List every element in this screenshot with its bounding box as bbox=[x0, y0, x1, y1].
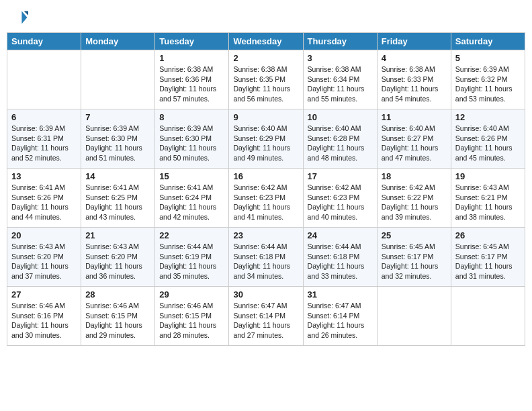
day-number: 3 bbox=[308, 53, 373, 63]
day-info: Sunrise: 6:40 AM Sunset: 6:27 PM Dayligh… bbox=[382, 124, 447, 163]
calendar-cell: 5Sunrise: 6:39 AM Sunset: 6:32 PM Daylig… bbox=[451, 50, 525, 109]
day-info: Sunrise: 6:38 AM Sunset: 6:33 PM Dayligh… bbox=[382, 64, 447, 104]
day-info: Sunrise: 6:44 AM Sunset: 6:18 PM Dayligh… bbox=[308, 242, 373, 281]
calendar-cell bbox=[81, 50, 155, 109]
calendar-cell: 18Sunrise: 6:42 AM Sunset: 6:22 PM Dayli… bbox=[377, 169, 451, 228]
calendar-cell: 23Sunrise: 6:44 AM Sunset: 6:18 PM Dayli… bbox=[229, 228, 303, 287]
day-number: 19 bbox=[455, 171, 521, 181]
calendar-cell bbox=[377, 287, 451, 346]
calendar-cell bbox=[451, 287, 525, 346]
calendar-cell: 10Sunrise: 6:40 AM Sunset: 6:28 PM Dayli… bbox=[303, 109, 377, 169]
day-info: Sunrise: 6:42 AM Sunset: 6:23 PM Dayligh… bbox=[233, 183, 298, 222]
day-info: Sunrise: 6:39 AM Sunset: 6:30 PM Dayligh… bbox=[159, 124, 224, 163]
day-info: Sunrise: 6:45 AM Sunset: 6:17 PM Dayligh… bbox=[382, 242, 447, 281]
day-number: 4 bbox=[382, 53, 447, 63]
week-row-2: 6Sunrise: 6:39 AM Sunset: 6:31 PM Daylig… bbox=[7, 109, 525, 169]
week-row-1: 1Sunrise: 6:38 AM Sunset: 6:36 PM Daylig… bbox=[7, 50, 525, 109]
week-row-4: 20Sunrise: 6:43 AM Sunset: 6:20 PM Dayli… bbox=[7, 228, 525, 287]
day-number: 20 bbox=[11, 230, 77, 240]
calendar-cell: 30Sunrise: 6:47 AM Sunset: 6:14 PM Dayli… bbox=[229, 287, 303, 346]
calendar-cell: 24Sunrise: 6:44 AM Sunset: 6:18 PM Dayli… bbox=[303, 228, 377, 287]
day-number: 22 bbox=[159, 230, 224, 240]
calendar-cell: 19Sunrise: 6:43 AM Sunset: 6:21 PM Dayli… bbox=[451, 169, 525, 228]
day-header-thursday: Thursday bbox=[303, 33, 377, 50]
calendar-cell: 26Sunrise: 6:45 AM Sunset: 6:17 PM Dayli… bbox=[451, 228, 525, 287]
day-info: Sunrise: 6:45 AM Sunset: 6:17 PM Dayligh… bbox=[455, 242, 521, 281]
day-info: Sunrise: 6:39 AM Sunset: 6:32 PM Dayligh… bbox=[455, 64, 521, 104]
day-info: Sunrise: 6:46 AM Sunset: 6:15 PM Dayligh… bbox=[159, 301, 224, 340]
day-number: 23 bbox=[233, 230, 298, 240]
calendar-cell: 29Sunrise: 6:46 AM Sunset: 6:15 PM Dayli… bbox=[155, 287, 229, 346]
calendar-cell: 22Sunrise: 6:44 AM Sunset: 6:19 PM Dayli… bbox=[155, 228, 229, 287]
day-number: 26 bbox=[455, 230, 521, 240]
calendar-cell: 20Sunrise: 6:43 AM Sunset: 6:20 PM Dayli… bbox=[7, 228, 81, 287]
calendar-cell: 28Sunrise: 6:46 AM Sunset: 6:15 PM Dayli… bbox=[81, 287, 155, 346]
day-number: 21 bbox=[85, 230, 150, 240]
day-info: Sunrise: 6:43 AM Sunset: 6:21 PM Dayligh… bbox=[455, 183, 521, 222]
day-number: 24 bbox=[308, 230, 373, 240]
calendar-cell: 6Sunrise: 6:39 AM Sunset: 6:31 PM Daylig… bbox=[7, 109, 81, 169]
day-number: 18 bbox=[382, 171, 447, 181]
day-info: Sunrise: 6:40 AM Sunset: 6:26 PM Dayligh… bbox=[455, 124, 521, 163]
calendar-cell: 2Sunrise: 6:38 AM Sunset: 6:35 PM Daylig… bbox=[229, 50, 303, 109]
day-number: 12 bbox=[455, 112, 521, 122]
day-info: Sunrise: 6:41 AM Sunset: 6:24 PM Dayligh… bbox=[159, 183, 224, 222]
day-number: 29 bbox=[159, 289, 224, 300]
day-number: 10 bbox=[308, 112, 373, 122]
day-info: Sunrise: 6:44 AM Sunset: 6:18 PM Dayligh… bbox=[233, 242, 298, 281]
calendar-cell: 17Sunrise: 6:42 AM Sunset: 6:23 PM Dayli… bbox=[303, 169, 377, 228]
calendar-cell: 15Sunrise: 6:41 AM Sunset: 6:24 PM Dayli… bbox=[155, 169, 229, 228]
day-header-wednesday: Wednesday bbox=[229, 33, 303, 50]
day-number: 14 bbox=[85, 171, 150, 181]
calendar-cell: 13Sunrise: 6:41 AM Sunset: 6:26 PM Dayli… bbox=[7, 169, 81, 228]
day-info: Sunrise: 6:42 AM Sunset: 6:23 PM Dayligh… bbox=[308, 183, 373, 222]
day-info: Sunrise: 6:41 AM Sunset: 6:26 PM Dayligh… bbox=[11, 183, 77, 222]
week-row-3: 13Sunrise: 6:41 AM Sunset: 6:26 PM Dayli… bbox=[7, 169, 525, 228]
day-info: Sunrise: 6:46 AM Sunset: 6:15 PM Dayligh… bbox=[85, 301, 150, 340]
calendar-body: 1Sunrise: 6:38 AM Sunset: 6:36 PM Daylig… bbox=[7, 50, 525, 346]
calendar-cell: 7Sunrise: 6:39 AM Sunset: 6:30 PM Daylig… bbox=[81, 109, 155, 169]
calendar-cell: 8Sunrise: 6:39 AM Sunset: 6:30 PM Daylig… bbox=[155, 109, 229, 169]
week-row-5: 27Sunrise: 6:46 AM Sunset: 6:16 PM Dayli… bbox=[7, 287, 525, 346]
day-number: 17 bbox=[308, 171, 373, 181]
day-number: 7 bbox=[85, 112, 150, 122]
logo-icon bbox=[7, 7, 28, 28]
day-number: 5 bbox=[455, 53, 521, 63]
calendar-table: SundayMondayTuesdayWednesdayThursdayFrid… bbox=[7, 32, 525, 346]
day-number: 31 bbox=[308, 289, 373, 300]
calendar-cell: 9Sunrise: 6:40 AM Sunset: 6:29 PM Daylig… bbox=[229, 109, 303, 169]
day-info: Sunrise: 6:47 AM Sunset: 6:14 PM Dayligh… bbox=[308, 301, 373, 340]
calendar-cell: 4Sunrise: 6:38 AM Sunset: 6:33 PM Daylig… bbox=[377, 50, 451, 109]
day-info: Sunrise: 6:41 AM Sunset: 6:25 PM Dayligh… bbox=[85, 183, 150, 222]
calendar-cell: 1Sunrise: 6:38 AM Sunset: 6:36 PM Daylig… bbox=[155, 50, 229, 109]
day-number: 25 bbox=[382, 230, 447, 240]
calendar-cell: 12Sunrise: 6:40 AM Sunset: 6:26 PM Dayli… bbox=[451, 109, 525, 169]
day-number: 2 bbox=[233, 53, 298, 63]
day-info: Sunrise: 6:42 AM Sunset: 6:22 PM Dayligh… bbox=[382, 183, 447, 222]
day-number: 6 bbox=[11, 112, 77, 122]
day-info: Sunrise: 6:46 AM Sunset: 6:16 PM Dayligh… bbox=[11, 301, 77, 340]
day-number: 28 bbox=[85, 289, 150, 300]
day-number: 13 bbox=[11, 171, 77, 181]
logo bbox=[7, 7, 31, 28]
calendar-cell: 14Sunrise: 6:41 AM Sunset: 6:25 PM Dayli… bbox=[81, 169, 155, 228]
calendar-header-row: SundayMondayTuesdayWednesdayThursdayFrid… bbox=[7, 33, 525, 50]
calendar-cell: 3Sunrise: 6:38 AM Sunset: 6:34 PM Daylig… bbox=[303, 50, 377, 109]
day-number: 8 bbox=[159, 112, 224, 122]
day-header-saturday: Saturday bbox=[451, 33, 525, 50]
day-info: Sunrise: 6:43 AM Sunset: 6:20 PM Dayligh… bbox=[85, 242, 150, 281]
calendar-cell: 27Sunrise: 6:46 AM Sunset: 6:16 PM Dayli… bbox=[7, 287, 81, 346]
day-info: Sunrise: 6:40 AM Sunset: 6:28 PM Dayligh… bbox=[308, 124, 373, 163]
day-info: Sunrise: 6:47 AM Sunset: 6:14 PM Dayligh… bbox=[233, 301, 298, 340]
day-number: 9 bbox=[233, 112, 298, 122]
calendar-cell bbox=[7, 50, 81, 109]
day-header-tuesday: Tuesday bbox=[155, 33, 229, 50]
day-number: 11 bbox=[382, 112, 447, 122]
day-header-friday: Friday bbox=[377, 33, 451, 50]
day-info: Sunrise: 6:39 AM Sunset: 6:30 PM Dayligh… bbox=[85, 124, 150, 163]
calendar-cell: 11Sunrise: 6:40 AM Sunset: 6:27 PM Dayli… bbox=[377, 109, 451, 169]
calendar-cell: 16Sunrise: 6:42 AM Sunset: 6:23 PM Dayli… bbox=[229, 169, 303, 228]
day-header-sunday: Sunday bbox=[7, 33, 81, 50]
day-info: Sunrise: 6:43 AM Sunset: 6:20 PM Dayligh… bbox=[11, 242, 77, 281]
day-header-monday: Monday bbox=[81, 33, 155, 50]
